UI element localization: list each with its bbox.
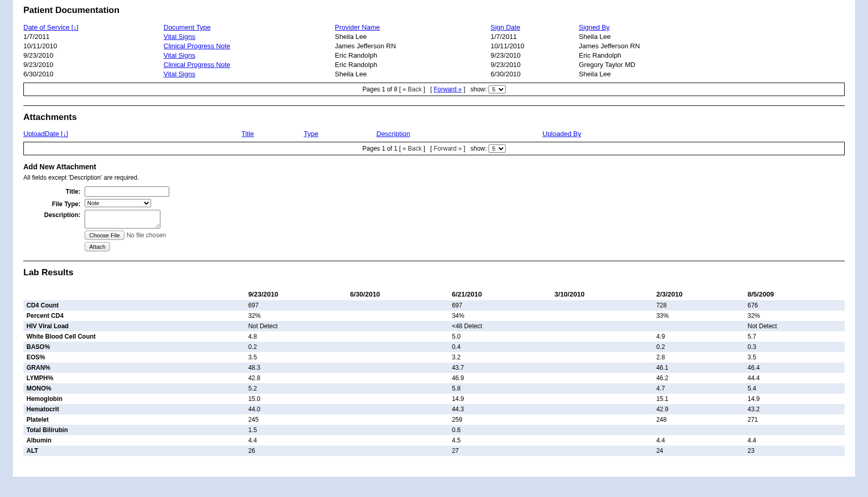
lab-value bbox=[347, 446, 449, 456]
lab-value bbox=[347, 331, 449, 342]
lab-value bbox=[347, 425, 449, 435]
attachments-table: UploadDate [↓] Title Type Description Up… bbox=[23, 130, 845, 138]
col-upload-date[interactable]: UploadDate [↓] bbox=[23, 130, 68, 138]
title-input[interactable] bbox=[85, 186, 169, 197]
lab-test-name: Hematocrit bbox=[23, 404, 245, 414]
lab-row: Platelet245259248271 bbox=[23, 414, 845, 425]
lab-value bbox=[551, 352, 653, 362]
lab-value bbox=[551, 373, 653, 383]
lab-value: 676 bbox=[744, 300, 845, 311]
lab-test-name: GRAN% bbox=[23, 362, 245, 373]
choose-file-button[interactable]: Choose File bbox=[85, 231, 125, 240]
lab-value: 42.9 bbox=[653, 404, 744, 414]
doc-type-link[interactable]: Clinical Progress Note bbox=[164, 42, 230, 50]
table-cell-provider: Eric Randolph bbox=[335, 60, 491, 69]
patient-documentation-table: Date of Service [↓] Document Type Provid… bbox=[23, 23, 845, 78]
table-cell-provider: Eric Randolph bbox=[335, 51, 491, 60]
lab-value: 3.5 bbox=[744, 352, 845, 362]
lab-value: 259 bbox=[449, 414, 551, 425]
add-new-attachment-title: Add New Attachment bbox=[23, 163, 845, 171]
table-cell-date: 10/11/2010 bbox=[23, 42, 164, 50]
patient-documentation-title: Patient Documentation bbox=[23, 5, 845, 16]
lab-value bbox=[551, 321, 653, 331]
pager-back: « Back bbox=[402, 145, 422, 152]
col-uploaded-by[interactable]: Uploaded By bbox=[542, 130, 581, 138]
pager-forward[interactable]: Forward » bbox=[434, 86, 462, 93]
pager-show-label: show: bbox=[470, 86, 486, 93]
lab-test-name: Hemoglobin bbox=[23, 394, 245, 404]
doc-type-link[interactable]: Vital Signs bbox=[164, 51, 195, 59]
pager-back: « Back bbox=[402, 86, 422, 93]
doc-type-link[interactable]: Clinical Progress Note bbox=[164, 61, 230, 69]
lab-value: 248 bbox=[653, 414, 744, 425]
lab-value bbox=[347, 342, 449, 352]
lab-test-name: Total Bilirubin bbox=[23, 425, 245, 435]
col-type[interactable]: Type bbox=[304, 130, 318, 138]
lab-value: 32% bbox=[245, 311, 347, 321]
attach-button[interactable]: Attach bbox=[85, 242, 110, 251]
lab-value: 44.0 bbox=[245, 404, 347, 414]
table-cell-provider: Sheila Lee bbox=[335, 32, 491, 41]
lab-value: 14.9 bbox=[449, 394, 551, 404]
lab-value: 4.7 bbox=[653, 383, 744, 394]
lab-header-row: 9/23/20106/30/20106/21/20103/10/20102/3/… bbox=[23, 288, 845, 300]
lab-value: 3.2 bbox=[449, 352, 551, 362]
pager-show-select[interactable]: 5 bbox=[489, 144, 506, 153]
lab-row: GRAN%48.343.746.146.4 bbox=[23, 362, 845, 373]
col-date-of-service[interactable]: Date of Service [↓] bbox=[23, 23, 78, 31]
lab-value bbox=[551, 425, 653, 435]
lab-value: 0.6 bbox=[449, 425, 551, 435]
lab-value: 46.4 bbox=[744, 362, 845, 373]
lab-value: 0.2 bbox=[245, 342, 347, 352]
table-cell-signed-by: Sheila Lee bbox=[579, 70, 745, 78]
col-sign-date[interactable]: Sign Date bbox=[491, 23, 520, 31]
pager-forward: Forward » bbox=[434, 145, 462, 152]
description-label: Description: bbox=[23, 210, 85, 219]
lab-value bbox=[551, 435, 653, 446]
table-cell-sign-date: 10/11/2010 bbox=[491, 42, 579, 50]
file-type-select[interactable]: Note bbox=[85, 199, 151, 207]
lab-test-name: BASO% bbox=[23, 342, 245, 352]
lab-results-title: Lab Results bbox=[23, 267, 845, 278]
lab-test-name: Platelet bbox=[23, 414, 245, 425]
lab-test-name: CD4 Count bbox=[23, 300, 245, 311]
pager-info: Pages 1 of 1 bbox=[362, 145, 397, 152]
doc-type-link[interactable]: Vital Signs bbox=[164, 33, 195, 41]
col-title[interactable]: Title bbox=[241, 130, 254, 138]
table-cell-date: 1/7/2011 bbox=[23, 32, 164, 41]
lab-row: CD4 Count697697728676 bbox=[23, 300, 845, 311]
doc-type-link[interactable]: Vital Signs bbox=[164, 70, 195, 78]
col-provider-name[interactable]: Provider Name bbox=[335, 23, 380, 31]
col-document-type[interactable]: Document Type bbox=[164, 23, 211, 31]
lab-value: 4.8 bbox=[245, 331, 347, 342]
lab-value: 5.7 bbox=[744, 331, 845, 342]
lab-value: 42.8 bbox=[245, 373, 347, 383]
lab-test-name: Percent CD4 bbox=[23, 311, 245, 321]
col-signed-by[interactable]: Signed By bbox=[579, 23, 609, 31]
pager-show-select[interactable]: 5 bbox=[489, 85, 506, 93]
lab-test-name: ALT bbox=[23, 446, 245, 456]
description-input[interactable] bbox=[85, 210, 160, 229]
lab-value: 1.5 bbox=[245, 425, 347, 435]
lab-date-header: 8/5/2009 bbox=[744, 288, 845, 300]
lab-value: 271 bbox=[744, 414, 845, 425]
lab-value bbox=[744, 425, 845, 435]
lab-value bbox=[347, 414, 449, 425]
lab-value: 4.4 bbox=[653, 435, 744, 446]
lab-value bbox=[347, 435, 449, 446]
table-cell-date: 9/23/2010 bbox=[23, 60, 164, 69]
lab-row: White Blood Cell Count4.85.04.95.7 bbox=[23, 331, 845, 342]
lab-value: 5.4 bbox=[744, 383, 845, 394]
lab-value: 46.9 bbox=[449, 373, 551, 383]
table-cell-sign-date: 9/23/2010 bbox=[491, 60, 579, 69]
lab-value: 5.8 bbox=[449, 383, 551, 394]
col-description[interactable]: Description bbox=[376, 130, 410, 138]
lab-value: 14.9 bbox=[744, 394, 845, 404]
table-cell-date: 9/23/2010 bbox=[23, 51, 164, 60]
pager-info: Pages 1 of 8 bbox=[362, 86, 397, 93]
lab-row: Hematocrit44.044.342.943.2 bbox=[23, 404, 845, 414]
lab-value: 3.5 bbox=[245, 352, 347, 362]
lab-row: Hemoglobin15.014.915.114.9 bbox=[23, 394, 845, 404]
lab-value bbox=[347, 373, 449, 383]
lab-value: 728 bbox=[653, 300, 744, 311]
